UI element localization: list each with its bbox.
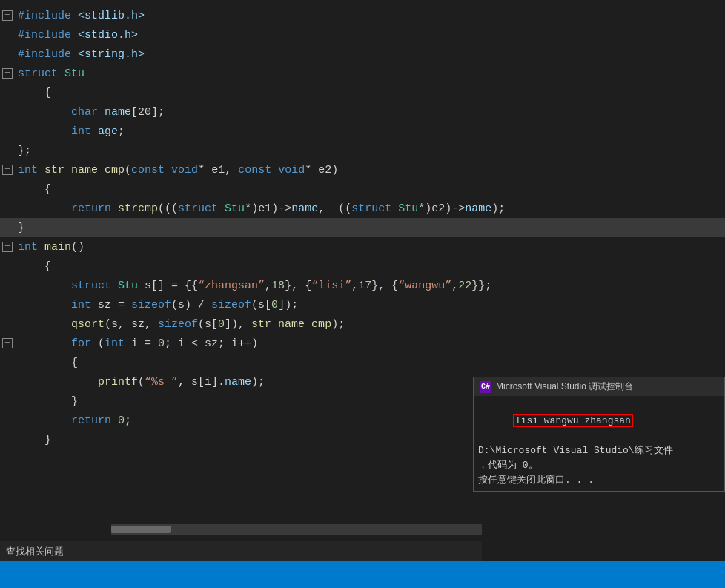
horizontal-scrollbar[interactable] — [111, 524, 482, 535]
token-kw: sizeof — [131, 299, 171, 311]
fold-button[interactable]: − — [2, 165, 13, 175]
line-content: #include <stdio.h> — [15, 29, 725, 42]
code-line: }; — [0, 141, 725, 160]
token-plain — [271, 164, 278, 176]
console-body: lisi wangwu zhangsan D:\Microsoft Visual… — [474, 396, 724, 491]
line-content: #include <string.h> — [15, 48, 725, 61]
token-plain — [111, 414, 118, 427]
console-highlighted-output: lisi wangwu zhangsan — [513, 414, 633, 427]
token-fn: str_name_cmp — [44, 164, 125, 176]
token-fn: strcmp — [118, 202, 158, 215]
fold-button[interactable]: − — [2, 10, 13, 21]
token-plain: * e2) — [305, 164, 338, 176]
code-line: int age; — [0, 122, 725, 141]
fold-button[interactable]: − — [2, 68, 13, 79]
find-bar[interactable]: 查找相关问题 — [0, 541, 482, 561]
line-content: } — [15, 222, 725, 234]
token-str: “wangwu” — [398, 280, 451, 292]
token-plain — [111, 280, 118, 292]
fold-gutter — [0, 203, 15, 214]
token-plain — [18, 125, 71, 138]
token-type: Stu — [64, 67, 85, 80]
token-kw: sizeof — [211, 299, 251, 311]
fold-gutter: − — [0, 242, 15, 252]
token-kw: #include — [18, 48, 78, 61]
fold-gutter — [0, 49, 15, 60]
token-plain: (s) / — [171, 299, 211, 311]
token-fn: str_name_cmp — [251, 318, 331, 331]
line-content: char name[20]; — [15, 106, 725, 119]
line-content: { — [15, 87, 725, 99]
token-plain: ; — [118, 125, 125, 138]
token-plain — [18, 106, 71, 119]
code-line: int sz = sizeof(s) / sizeof(s[0]); — [0, 295, 725, 314]
token-plain — [218, 202, 225, 215]
fold-gutter — [0, 184, 15, 195]
token-kw: sizeof — [158, 318, 198, 331]
token-plain: }; — [18, 145, 31, 157]
code-line: struct Stu s[] = {{“zhangsan”,18}, {“lis… — [0, 276, 725, 295]
token-plain — [18, 299, 71, 311]
token-num: 18 — [271, 280, 285, 292]
token-num: 0 — [158, 337, 165, 350]
token-plain: * e1, — [198, 164, 238, 176]
fold-button[interactable]: − — [2, 242, 13, 252]
token-plain: } — [18, 434, 51, 446]
fold-gutter — [0, 435, 15, 446]
line-content: #include <stdlib.h> — [15, 10, 725, 22]
code-line: return strcmp(((struct Stu*)e1)->name, (… — [0, 199, 725, 218]
token-num: 0 — [118, 414, 125, 427]
token-plain: { — [18, 183, 51, 196]
code-line: −int main() — [0, 237, 725, 257]
token-kw: #include — [18, 10, 78, 22]
code-line: − for (int i = 0; i < sz; i++) — [0, 334, 725, 353]
fold-gutter — [0, 30, 15, 41]
fold-button[interactable]: − — [2, 338, 13, 348]
code-line: { — [0, 83, 725, 102]
fold-gutter — [0, 300, 15, 311]
token-kw: #include — [18, 29, 78, 42]
token-kw: const — [131, 164, 165, 176]
console-popup: C# Microsoft Visual Studio 调试控制台 lisi wa… — [473, 377, 725, 492]
console-output-line4: 按任意键关闭此窗口. . . — [478, 473, 720, 488]
token-fn: qsort — [71, 318, 105, 331]
token-kw: return — [71, 202, 111, 215]
code-line: qsort(s, sz, sizeof(s[0]), str_name_cmp)… — [0, 314, 725, 334]
fold-gutter — [0, 319, 15, 330]
fold-gutter: − — [0, 10, 15, 21]
fold-gutter — [0, 107, 15, 118]
token-plain: s[] = {{ — [138, 280, 198, 292]
token-kw: int — [71, 299, 91, 311]
line-content: { — [15, 357, 725, 369]
console-output-line2: D:\Microsoft Visual Studio\练习文件 — [478, 443, 720, 458]
token-num: 0 — [271, 299, 278, 311]
token-kw: struct — [71, 280, 111, 292]
token-plain: ; — [125, 414, 131, 427]
console-output-line3: ，代码为 0。 — [478, 458, 720, 473]
fold-gutter — [0, 280, 15, 291]
fold-gutter — [0, 357, 15, 369]
token-plain: i = — [125, 337, 158, 350]
line-content: int age; — [15, 125, 725, 138]
token-kw: void — [171, 164, 198, 176]
code-line: −int str_name_cmp(const void* e1, const … — [0, 160, 725, 179]
token-plain: ( — [138, 376, 145, 389]
token-plain: ; — [158, 106, 165, 119]
token-plain: (s[ — [251, 299, 271, 311]
token-kw: struct — [178, 202, 218, 215]
token-member: name — [291, 202, 318, 215]
token-str: “lisi” — [311, 280, 351, 292]
token-member: name — [465, 202, 491, 215]
scrollbar-thumb[interactable] — [111, 526, 171, 533]
fold-gutter — [0, 222, 15, 234]
token-plain: (s, sz, — [105, 318, 158, 331]
token-kw: int — [18, 241, 38, 254]
token-plain: ( — [91, 337, 105, 350]
token-plain — [18, 280, 71, 292]
line-content: int sz = sizeof(s) / sizeof(s[0]); — [15, 299, 725, 311]
token-plain: ((( — [158, 202, 178, 215]
console-output-line1: lisi wangwu zhangsan — [478, 399, 720, 443]
token-plain — [18, 376, 98, 389]
fold-gutter — [0, 377, 15, 388]
token-kw: return — [71, 414, 111, 427]
